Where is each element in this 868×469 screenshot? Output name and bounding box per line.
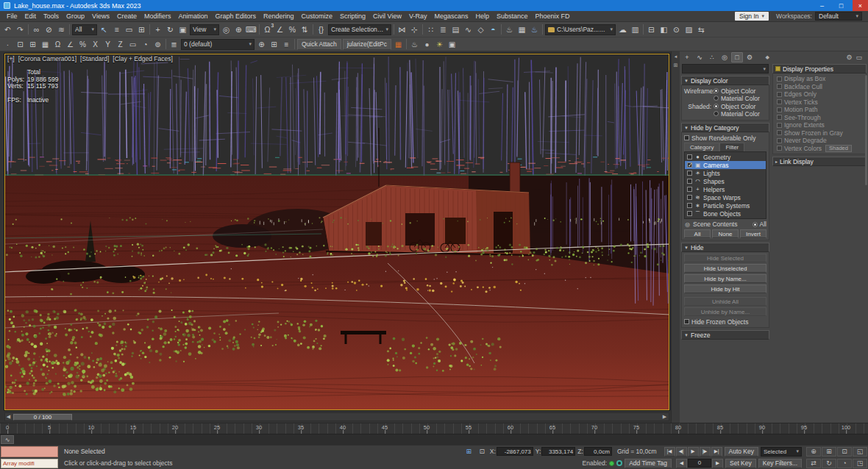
menu-rendering[interactable]: Rendering — [260, 12, 298, 20]
camera-icon[interactable]: ▣ — [446, 39, 458, 50]
display-property-display-as-box[interactable]: Display as Box — [775, 75, 864, 83]
viewport-camera-menu[interactable]: [Corona Camera001] — [18, 55, 77, 62]
rollout-box-icon[interactable]: ▭ — [855, 54, 862, 61]
axis-x-icon[interactable]: X — [89, 39, 102, 50]
select-object-icon[interactable]: ↖ — [98, 24, 110, 36]
freeze-rollout-header[interactable]: ▼ Freeze — [681, 330, 769, 340]
snap-box-icon[interactable]: ⊡ — [14, 39, 26, 50]
substance-icon[interactable]: ▦ — [392, 39, 405, 50]
create-new-layer-icon[interactable]: ⊕ — [255, 39, 268, 50]
motion-path-checkbox[interactable] — [777, 107, 782, 112]
zoom-all-icon[interactable]: ⊞ — [822, 447, 836, 457]
display-ghosting-icon[interactable]: ▨ — [683, 24, 695, 36]
vertex-ticks-checkbox[interactable] — [777, 99, 782, 104]
category-checkbox-geometry[interactable] — [687, 154, 692, 160]
grid-snap-icon[interactable]: ⊞ — [26, 39, 39, 50]
vertex-colors-shaded-button[interactable]: Shaded — [825, 145, 852, 152]
percent-constraint-icon[interactable]: % — [77, 39, 89, 50]
select-by-name-icon[interactable]: ≡ — [110, 24, 123, 36]
category-checkbox-bone-objects[interactable] — [687, 211, 692, 216]
workspaces-dropdown[interactable]: Default ▾ — [815, 12, 862, 21]
menu-civil-view[interactable]: Civil View — [369, 12, 405, 20]
macro-recorder-field[interactable] — [1, 446, 58, 457]
category-row-space-warps[interactable]: ≋Space Warps — [685, 193, 766, 201]
bind-to-space-warp-icon[interactable]: ≋ — [55, 24, 68, 36]
shaded-material-color-radio[interactable]: Material Color — [714, 110, 760, 117]
edit-named-selection-sets-icon[interactable]: {} — [315, 24, 327, 36]
category-checkbox-lights[interactable] — [687, 171, 692, 176]
hierarchy-tab[interactable]: ∴ — [706, 52, 718, 62]
see-through-checkbox[interactable] — [777, 115, 782, 120]
select-and-rotate-icon[interactable]: ↻ — [164, 24, 177, 36]
auto-key-button[interactable]: Auto Key — [725, 447, 759, 457]
pan-view-icon[interactable]: ⇄ — [806, 459, 821, 468]
light-icon[interactable]: ☀ — [433, 39, 446, 50]
edges-only-checkbox[interactable] — [777, 92, 782, 97]
snaps-toggle-icon[interactable]: Ω3 — [261, 24, 274, 36]
play-animation-button[interactable]: ▶ — [688, 447, 699, 457]
unlink-selection-icon[interactable]: ⊘ — [43, 24, 55, 36]
regularize-editpoly-button[interactable]: jularize(EditPc — [343, 39, 391, 50]
display-properties-rollout-header[interactable]: Display Properties — [772, 64, 867, 74]
layer-manager-icon[interactable]: ≣ — [168, 39, 180, 50]
align-icon[interactable]: ⊹ — [408, 24, 421, 36]
minimize-button[interactable]: – — [814, 0, 830, 11]
select-and-manipulate-icon[interactable]: ⊕ — [232, 24, 245, 36]
axis-y-icon[interactable]: Y — [102, 39, 114, 50]
unhide-by-name-button[interactable]: Unhide by Name... — [684, 307, 766, 316]
backface-cull-checkbox[interactable] — [777, 84, 782, 89]
toggle-scene-explorer-icon[interactable]: ∷ — [424, 24, 437, 36]
time-slider-button[interactable]: 0 / 100 — [13, 414, 72, 420]
menu-group[interactable]: Group — [63, 12, 88, 20]
redo-icon[interactable]: ↷ — [14, 24, 26, 36]
key-mode-dropdown[interactable]: Selected ▾ — [761, 447, 802, 457]
select-layer-objects-icon[interactable]: ≡ — [280, 39, 293, 50]
material-editor-icon[interactable]: ◓ — [487, 24, 499, 36]
shaded-object-color-radio[interactable]: Object Color — [714, 103, 760, 110]
x-coordinate-field[interactable]: -2867,073 — [497, 447, 533, 456]
toggle-ribbon-icon[interactable]: ▤ — [449, 24, 462, 36]
snap-point-icon[interactable]: ∙ — [1, 39, 14, 50]
maximize-viewport-toggle[interactable]: ◳ — [853, 459, 867, 468]
pivot-surface-icon[interactable]: ⊚ — [152, 39, 164, 50]
undo-icon[interactable]: ↶ — [1, 24, 14, 36]
magnet-snap-icon[interactable]: Ω — [51, 39, 64, 50]
select-and-move-icon[interactable]: + — [152, 24, 164, 36]
axis-z-icon[interactable]: Z — [114, 39, 127, 50]
select-and-scale-icon[interactable]: ▣ — [177, 24, 189, 36]
viewport-layout-tab-icon[interactable]: ⊞ — [674, 62, 678, 68]
mini-curve-editor-button[interactable]: ∿ — [1, 435, 14, 444]
category-row-lights[interactable]: ☀Lights — [685, 169, 766, 177]
menu-phoenix-fd[interactable]: Phoenix FD — [532, 12, 574, 20]
unhide-all-button[interactable]: Unhide All — [684, 297, 766, 306]
hide-rollout-header[interactable]: ▼ Hide — [681, 243, 769, 252]
panel-collapse-icon[interactable]: ◂ — [675, 54, 677, 60]
ignore-extents-checkbox[interactable] — [777, 123, 782, 128]
menu-help[interactable]: Help — [472, 12, 493, 20]
time-slider-left-arrow[interactable]: ◀ — [5, 414, 12, 420]
grid-display-icon[interactable]: ▦ — [39, 39, 51, 50]
menu-substance[interactable]: Substance — [493, 12, 532, 20]
selection-lock-icon[interactable]: ⊡ — [477, 447, 488, 457]
window-crossing-toggle-icon[interactable]: ⊞ — [135, 24, 148, 36]
category-checkbox-particle-systems[interactable] — [687, 203, 692, 208]
soft-selection-icon[interactable]: ◔ — [139, 39, 152, 50]
menu-v-ray[interactable]: V-Ray — [405, 12, 431, 20]
display-property-vertex-ticks[interactable]: Vertex Ticks — [775, 99, 864, 107]
viewport-layout-icon[interactable]: ◧ — [658, 24, 670, 36]
rollout-drag-handle[interactable] — [775, 66, 780, 71]
isolate-selection-icon[interactable]: ⊙ — [670, 24, 683, 36]
hide-frozen-objects-checkbox-row[interactable]: Hide Frozen Objects — [684, 318, 766, 326]
scene-contents-all-radio[interactable] — [753, 222, 758, 227]
layers-panel-icon[interactable]: ⊟ — [645, 24, 658, 36]
menu-file[interactable]: File — [3, 12, 21, 20]
time-slider-right-arrow[interactable]: ▶ — [661, 414, 668, 420]
plane-constraint-icon[interactable]: ▭ — [127, 39, 139, 50]
hide-by-name-button[interactable]: Hide by Name... — [684, 274, 766, 283]
rendered-frame-window-icon[interactable]: ▦ — [516, 24, 528, 36]
viewport-renderer-menu[interactable]: [Standard] — [80, 55, 109, 62]
current-frame-field[interactable]: 0 — [688, 459, 711, 468]
enabled-ring-toggle[interactable] — [616, 460, 622, 466]
menu-customize[interactable]: Customize — [298, 12, 337, 20]
camera-viewport[interactable]: [+] [Corona Camera001] [Standard] [Clay … — [4, 54, 669, 410]
